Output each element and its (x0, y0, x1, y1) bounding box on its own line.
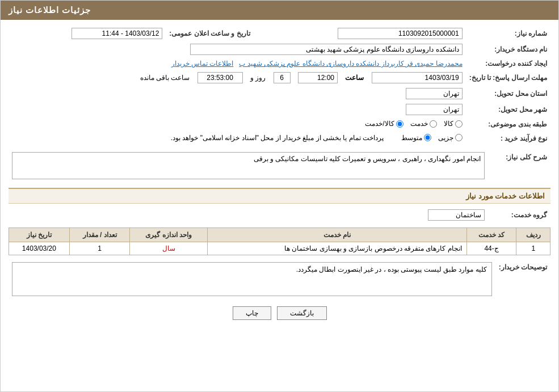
radio-khadamat[interactable]: خدمت (410, 120, 437, 128)
tabaqe-label: طبقه بندی موضوعی: (466, 117, 550, 132)
service-table-body: 1 ج-44 انجام کارهای متفرقه درخصوص بازساز… (9, 242, 550, 255)
ijadKonande-name[interactable]: محمدرضا حمیدی فر کاربرداز دانشکده داروسا… (239, 60, 462, 68)
radio-motavaset[interactable]: متوسط (401, 134, 431, 142)
bazgasht-button[interactable]: بازگشت (277, 306, 327, 320)
service-table: ردیف کد خدمت نام خدمت واحد اندازه گیری ت… (9, 227, 550, 255)
th-radif: ردیف (516, 228, 550, 242)
gorohKhadamat-box: ساختمان (428, 209, 485, 221)
toseih-text: کلیه موارد طبق لیست پیوستی بوده ، در غیر… (296, 265, 487, 273)
ijadKonande-value: محمدرضا حمیدی فر کاربرداز دانشکده داروسا… (9, 57, 466, 70)
mohlat-date-box: 1403/03/19 (372, 72, 463, 83)
radio-kala-khadamat-label: کالا/خدمت (365, 120, 394, 128)
mohlat-value: 1403/03/19 ساعت 12:00 6 روز و 23:53:00 س… (9, 70, 466, 86)
tarikh-value: 1403/03/12 - 11:44 (9, 26, 166, 41)
sharhKoli-textarea[interactable] (12, 152, 485, 179)
cell-kod: ج-44 (466, 242, 516, 255)
rozo-label: روز و (250, 74, 266, 82)
table-row: 1 ج-44 انجام کارهای متفرقه درخصوص بازساز… (9, 242, 550, 255)
cell-vahed: سال (130, 242, 208, 255)
radio-kala-label: کالا (444, 120, 453, 128)
row-ijadKonande: ایجاد کننده درخواست: محمدرضا حمیدی فر کا… (9, 57, 550, 70)
th-tarikh: تاریخ نیاز (9, 228, 70, 242)
ostan-box: تهران (406, 88, 463, 99)
ostan-value: تهران (9, 86, 466, 102)
button-row: بازگشت چاپ (9, 306, 550, 320)
radio-jezyi[interactable]: جزیی (438, 134, 463, 142)
sharhKoli-table: شرح کلی نیاز: (9, 150, 550, 183)
toseih-box: کلیه موارد طبق لیست پیوستی بوده ، در غیر… (12, 262, 492, 296)
ijadKonande-link[interactable]: اطلاعات تماس خریدار (171, 60, 234, 68)
th-vahed: واحد اندازه گیری (130, 228, 208, 242)
row-namDastgah: نام دستگاه خریدار: دانشکده داروسازی دانش… (9, 41, 550, 57)
gorohKhadamat-table: گروه خدمت: ساختمان (9, 207, 550, 223)
th-tedad: تعداد / مقدار (69, 228, 130, 242)
tarikh-label: تاریخ و ساعت اعلان عمومی: (166, 26, 253, 41)
shomareNiaz-label: شماره نیاز: (466, 26, 550, 41)
row-noeFarayand: نوع فرآیند خرید : جزیی متوسط پرداخت تمام… (9, 132, 550, 146)
row-sharhKoli: شرح کلی نیاز: (9, 150, 550, 183)
row-shomareNiaz: شماره نیاز: 1103092015000001 تاریخ و ساع… (9, 26, 550, 41)
toseih-label: توصیحات خریدار: (495, 260, 550, 298)
tabaqe-radios: کالا خدمت کالا/خدمت (9, 117, 466, 132)
ijadKonande-label: ایجاد کننده درخواست: (466, 57, 550, 70)
sharhKoli-label: شرح کلی نیاز: (488, 150, 550, 183)
chap-button[interactable]: چاپ (233, 306, 271, 320)
cell-radif: 1 (516, 242, 550, 255)
radio-khadamat-input[interactable] (430, 120, 437, 128)
cell-nam: انجام کارهای متفرقه درخصوص بازسازی و بهس… (208, 242, 467, 255)
namDastgah-label: نام دستگاه خریدار: (466, 41, 550, 57)
radio-khadamat-label: خدمت (410, 120, 428, 128)
row-toseih: توصیحات خریدار: کلیه موارد طبق لیست پیوس… (9, 260, 550, 298)
shomareNiaz-value: 1103092015000001 (254, 26, 466, 41)
th-nam: نام خدمت (208, 228, 467, 242)
radio-motavaset-label: متوسط (401, 134, 422, 142)
mohlat-time-box: 12:00 (298, 72, 338, 83)
header-title: جزئیات اطلاعات نیاز (9, 5, 91, 15)
service-table-header-row: ردیف کد خدمت نام خدمت واحد اندازه گیری ت… (9, 228, 550, 242)
noeFarayand-label: نوع فرآیند خرید : (466, 132, 550, 146)
row-gorohKhadamat: گروه خدمت: ساختمان (9, 207, 550, 223)
radio-motavaset-input[interactable] (424, 134, 431, 141)
info-table: شماره نیاز: 1103092015000001 تاریخ و ساع… (9, 26, 550, 145)
toseih-value: کلیه موارد طبق لیست پیوستی بوده ، در غیر… (9, 260, 495, 298)
ostan-label: استان محل تحویل: (466, 86, 550, 102)
sharhKoli-value (9, 150, 488, 183)
radio-kala-khadamat[interactable]: کالا/خدمت (365, 120, 403, 128)
gorohKhadamat-label: گروه خدمت: (488, 207, 550, 223)
page-wrapper: جزئیات اطلاعات نیاز شماره نیاز: 11030920… (0, 0, 559, 392)
content-area: شماره نیاز: 1103092015000001 تاریخ و ساع… (1, 20, 558, 331)
saatLabel: ساعت (345, 74, 364, 82)
radio-kala-input[interactable] (455, 120, 463, 128)
shahr-value: تهران (9, 102, 466, 117)
tarikh-box: 1403/03/12 - 11:44 (72, 28, 162, 39)
radio-kala[interactable]: کالا (444, 120, 463, 128)
mohlat-remain-box: 23:53:00 (197, 72, 243, 83)
noeFarayand-desc: پرداخت تمام یا بخشی از مبلغ خریدار از مح… (171, 134, 384, 142)
gorohKhadamat-value: ساختمان (9, 207, 488, 223)
namDastgah-box: دانشکده داروسازی دانشگاه علوم پزشکی شهید… (190, 44, 463, 55)
shomareNiaz-box: 1103092015000001 (338, 28, 463, 39)
radio-jezyi-input[interactable] (455, 134, 463, 141)
mohlat-label: مهلت ارسال پاسخ: تا تاریخ: (466, 70, 550, 86)
namDastgah-value: دانشکده داروسازی دانشگاه علوم پزشکی شهید… (9, 41, 466, 57)
row-shahr: شهر محل تحویل: تهران (9, 102, 550, 117)
khadamat-section-header: اطلاعات خدمات مورد نیاز (9, 188, 550, 204)
baqi-label: ساعت باقی مانده (140, 74, 190, 82)
mohlat-days-box: 6 (274, 72, 291, 83)
toseih-table: توصیحات خریدار: کلیه موارد طبق لیست پیوس… (9, 260, 550, 298)
noeFarayand-radios: جزیی متوسط پرداخت تمام یا بخشی از مبلغ خ… (9, 132, 466, 146)
row-mohlat: مهلت ارسال پاسخ: تا تاریخ: 1403/03/19 سا… (9, 70, 550, 86)
radio-kala-khadamat-input[interactable] (396, 120, 404, 128)
shahr-box: تهران (406, 104, 463, 115)
row-tabaqe: طبقه بندی موضوعی: کالا خدمت (9, 117, 550, 132)
shahr-label: شهر محل تحویل: (466, 102, 550, 117)
cell-tedad: 1 (69, 242, 130, 255)
row-ostan: استان محل تحویل: تهران (9, 86, 550, 102)
th-kod: کد خدمت (466, 228, 516, 242)
radio-jezyi-label: جزیی (438, 134, 453, 142)
page-header: جزئیات اطلاعات نیاز (1, 1, 558, 20)
cell-tarikh: 1403/03/20 (9, 242, 70, 255)
